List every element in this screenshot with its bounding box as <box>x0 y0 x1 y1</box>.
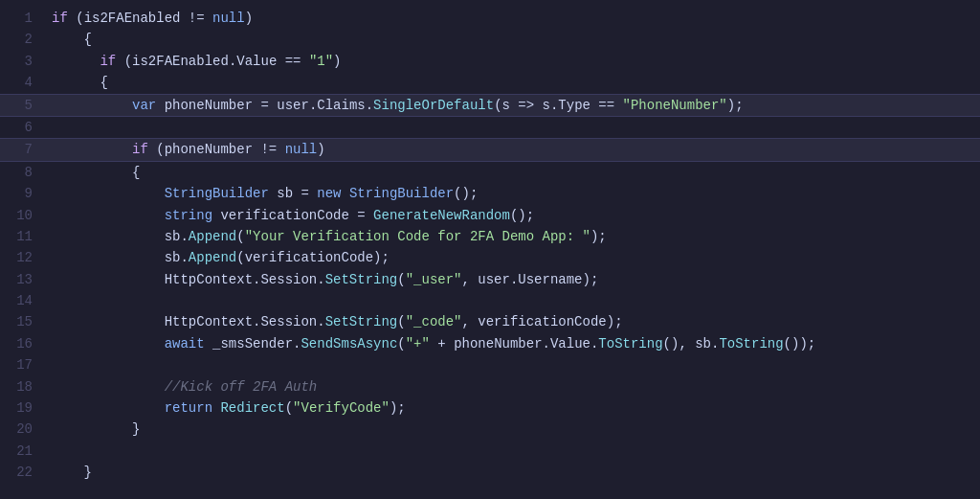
code-line: 4 { <box>0 72 980 93</box>
token: ( <box>68 11 84 26</box>
line-number: 11 <box>0 226 48 247</box>
line-content: sb.Append("Your Verification Code for 2F… <box>48 226 980 247</box>
token <box>52 400 165 416</box>
token: { <box>52 75 108 90</box>
token: (s => s.Type == <box>494 98 622 113</box>
code-content: 1if (is2FAEnabled != null)2 {3 if (is2FA… <box>0 0 980 499</box>
code-line: 15 HttpContext.Session.SetString("_code"… <box>0 311 980 332</box>
code-line: 19 return Redirect("VerifyCode"); <box>0 397 980 419</box>
line-content: string verificationCode = GenerateNewRan… <box>48 205 980 226</box>
token: .Claims. <box>309 98 373 113</box>
token <box>52 272 165 287</box>
line-content: { <box>48 72 980 93</box>
code-line: 3 if (is2FAEnabled.Value == "1") <box>0 51 980 72</box>
token <box>52 229 165 244</box>
token: { <box>52 165 140 180</box>
token: ) <box>317 142 324 157</box>
token: != <box>180 11 212 26</box>
code-line: 8 { <box>0 162 980 183</box>
line-number: 8 <box>0 162 48 183</box>
token: is2FAEnabled <box>132 54 229 69</box>
token <box>52 250 165 265</box>
line-number: 13 <box>0 269 48 290</box>
code-line: 7 if (phoneNumber != null) <box>0 138 980 161</box>
line-content: { <box>48 162 980 183</box>
token: "_code" <box>406 314 462 329</box>
code-line: 6 <box>0 117 980 138</box>
token: "+" <box>406 336 430 352</box>
token: null <box>212 11 245 26</box>
code-line: 11 sb.Append("Your Verification Code for… <box>0 226 980 247</box>
line-number: 4 <box>0 72 48 93</box>
code-line: 22 } <box>0 462 980 483</box>
code-line: 18 //Kick off 2FA Auth <box>0 376 980 397</box>
token <box>341 186 348 201</box>
token: SingleOrDefault <box>373 98 494 113</box>
token: ( <box>116 54 132 69</box>
token: GenerateNewRandom <box>373 208 510 223</box>
line-content: HttpContext.Session.SetString("_user", u… <box>48 269 980 290</box>
line-content: { <box>48 29 980 50</box>
line-content: //Kick off 2FA Auth <box>48 376 980 397</box>
line-number: 14 <box>0 290 48 311</box>
token: await <box>165 336 205 352</box>
token <box>52 379 165 395</box>
line-content: if (is2FAEnabled != null) <box>48 8 980 29</box>
token: ( <box>397 272 405 287</box>
code-line: 16 await _smsSender.SendSmsAsync("+" + p… <box>0 333 980 354</box>
code-line: 1if (is2FAEnabled != null) <box>0 8 980 29</box>
token <box>52 336 165 352</box>
token: //Kick off 2FA Auth <box>165 379 318 395</box>
token: ); <box>390 400 406 416</box>
token: if <box>52 11 68 26</box>
token: Append <box>189 229 236 244</box>
code-line: 2 { <box>0 29 980 50</box>
token: user <box>277 98 309 113</box>
token: ToString <box>598 336 662 352</box>
token: "Your Verification Code for 2FA Demo App… <box>245 229 590 244</box>
token: } <box>52 465 92 480</box>
code-line: 12 sb.Append(verificationCode); <box>0 247 980 268</box>
line-number: 6 <box>0 117 48 138</box>
line-number: 16 <box>0 333 48 354</box>
line-content: HttpContext.Session.SetString("_code", v… <box>48 311 980 332</box>
token: ( <box>236 229 244 244</box>
token: (phoneNumber != <box>148 142 285 157</box>
token: if <box>100 54 116 69</box>
token: Append <box>189 250 236 265</box>
token: ( <box>397 336 405 352</box>
line-content: sb.Append(verificationCode); <box>48 247 980 268</box>
token: HttpContext.Session. <box>165 314 325 329</box>
token: _smsSender. <box>205 336 301 352</box>
code-line: 14 <box>0 290 980 311</box>
token: ToString <box>719 336 783 352</box>
token: StringBuilder <box>349 186 454 201</box>
line-content: StringBuilder sb = new StringBuilder(); <box>48 183 980 204</box>
line-number: 18 <box>0 376 48 397</box>
token: (), sb. <box>663 336 720 352</box>
code-editor: 1if (is2FAEnabled != null)2 {3 if (is2FA… <box>0 0 980 499</box>
token: SetString <box>325 272 398 287</box>
line-number: 12 <box>0 247 48 268</box>
line-content: } <box>48 462 980 483</box>
line-content: if (phoneNumber != null) <box>48 139 980 160</box>
line-number: 19 <box>0 397 48 419</box>
token: , user.Username); <box>462 272 599 287</box>
line-content: if (is2FAEnabled.Value == "1") <box>48 51 980 72</box>
line-number: 10 <box>0 205 48 226</box>
token: sb = <box>269 186 317 201</box>
token: sb. <box>165 250 189 265</box>
token: var <box>132 98 156 113</box>
token: } <box>52 421 140 437</box>
line-content: return Redirect("VerifyCode"); <box>48 397 980 419</box>
token: verificationCode = <box>212 208 373 223</box>
code-line: 17 <box>0 354 980 375</box>
line-number: 3 <box>0 51 48 72</box>
line-number: 21 <box>0 441 48 462</box>
code-line: 13 HttpContext.Session.SetString("_user"… <box>0 269 980 290</box>
token: .Value == <box>229 54 309 69</box>
line-number: 5 <box>0 95 48 116</box>
token: StringBuilder <box>165 186 269 201</box>
token: string <box>165 208 212 223</box>
token: phoneNumber = <box>156 98 277 113</box>
